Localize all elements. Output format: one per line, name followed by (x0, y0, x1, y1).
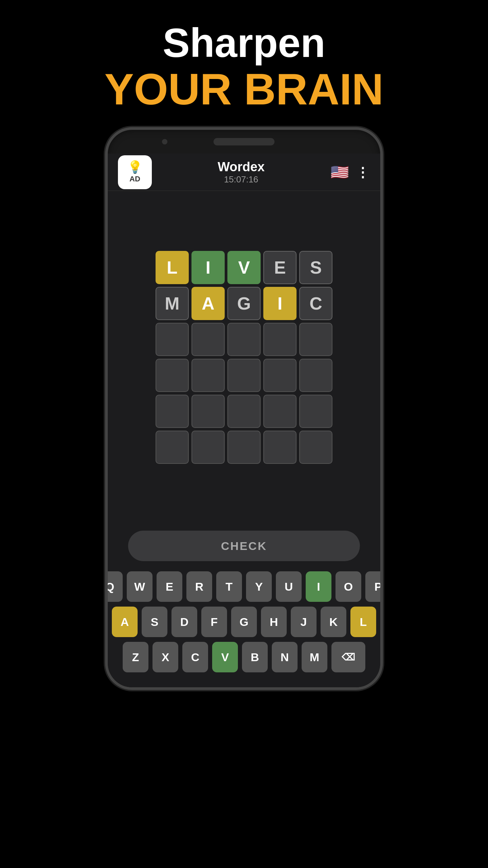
grid-cell-2-4 (299, 323, 332, 356)
key-q[interactable]: Q (105, 571, 123, 602)
key-c[interactable]: C (182, 642, 208, 672)
grid-cell-1-3: I (263, 287, 297, 320)
check-button-area: CHECK (108, 524, 380, 568)
grid-cell-0-3: E (263, 251, 297, 284)
grid-cell-1-0: M (156, 287, 189, 320)
header-line2: YOUR BRAIN (0, 65, 488, 114)
grid-cell-4-3 (263, 395, 297, 428)
grid-cell-0-2: V (227, 251, 261, 284)
check-button[interactable]: CHECK (128, 531, 360, 561)
key-a[interactable]: A (112, 607, 138, 637)
key-v[interactable]: V (212, 642, 238, 672)
phone-top-bar (108, 130, 380, 154)
ad-label: AD (129, 175, 140, 183)
phone-camera (162, 139, 167, 144)
key-h[interactable]: H (261, 607, 287, 637)
key-y[interactable]: Y (246, 571, 272, 602)
key-w[interactable]: W (127, 571, 152, 602)
header-area: Sharpen YOUR BRAIN (0, 0, 488, 127)
grid-cell-3-2 (227, 359, 261, 392)
key-o[interactable]: O (336, 571, 361, 602)
grid-cell-4-1 (191, 395, 225, 428)
key-x[interactable]: X (152, 642, 178, 672)
grid-cell-2-2 (227, 323, 261, 356)
key-i[interactable]: I (306, 571, 331, 602)
key-z[interactable]: Z (123, 642, 148, 672)
key-k[interactable]: K (321, 607, 346, 637)
keyboard-row-1: QWERTYUIOP (115, 571, 373, 602)
key-backspace[interactable]: ⌫ (331, 642, 365, 672)
grid-cell-1-4: C (299, 287, 332, 320)
app-header-right: 🇺🇸 ⋮ (330, 163, 370, 181)
key-r[interactable]: R (186, 571, 212, 602)
key-t[interactable]: T (216, 571, 242, 602)
key-d[interactable]: D (171, 607, 197, 637)
grid-cell-5-4 (299, 431, 332, 464)
grid-cell-2-0 (156, 323, 189, 356)
bulb-icon: 💡 (127, 161, 143, 173)
grid-cell-4-2 (227, 395, 261, 428)
key-e[interactable]: E (157, 571, 182, 602)
grid-cell-3-0 (156, 359, 189, 392)
grid-cell-3-3 (263, 359, 297, 392)
flag-icon[interactable]: 🇺🇸 (330, 163, 349, 181)
key-j[interactable]: J (291, 607, 317, 637)
keyboard-area: QWERTYUIOP ASDFGHJKL ZXCVBNM⌫ (108, 568, 380, 687)
grid-cell-3-1 (191, 359, 225, 392)
game-grid-area: LIVESMAGIC (108, 191, 380, 524)
key-f[interactable]: F (201, 607, 227, 637)
app-timer: 15:07:16 (218, 174, 265, 185)
grid-cell-2-1 (191, 323, 225, 356)
app-content: 💡 AD Wordex 15:07:16 🇺🇸 ⋮ LIVESMAGIC CHE… (108, 154, 380, 687)
grid-cell-5-3 (263, 431, 297, 464)
grid-cell-4-0 (156, 395, 189, 428)
key-b[interactable]: B (242, 642, 268, 672)
grid-cell-1-2: G (227, 287, 261, 320)
grid-cell-5-2 (227, 431, 261, 464)
ad-button[interactable]: 💡 AD (118, 155, 152, 189)
app-title: Wordex (218, 160, 265, 174)
phone-speaker (214, 138, 274, 145)
keyboard-row-3: ZXCVBNM⌫ (115, 642, 373, 672)
phone-frame: 💡 AD Wordex 15:07:16 🇺🇸 ⋮ LIVESMAGIC CHE… (105, 127, 383, 690)
grid-cell-0-0: L (156, 251, 189, 284)
grid-cell-3-4 (299, 359, 332, 392)
key-u[interactable]: U (276, 571, 302, 602)
grid-cell-0-4: S (299, 251, 332, 284)
grid-cell-1-1: A (191, 287, 225, 320)
app-title-area: Wordex 15:07:16 (218, 160, 265, 185)
grid-cell-5-1 (191, 431, 225, 464)
phone-side-button (381, 265, 383, 296)
key-l[interactable]: L (350, 607, 376, 637)
grid-cell-5-0 (156, 431, 189, 464)
grid-cell-2-3 (263, 323, 297, 356)
grid-cell-4-4 (299, 395, 332, 428)
header-line1: Sharpen (0, 20, 488, 65)
menu-button[interactable]: ⋮ (356, 164, 370, 180)
key-s[interactable]: S (142, 607, 167, 637)
app-header: 💡 AD Wordex 15:07:16 🇺🇸 ⋮ (108, 154, 380, 191)
key-n[interactable]: N (272, 642, 298, 672)
key-m[interactable]: M (302, 642, 327, 672)
key-g[interactable]: G (231, 607, 257, 637)
grid-cell-0-1: I (191, 251, 225, 284)
keyboard-row-2: ASDFGHJKL (115, 607, 373, 637)
key-p[interactable]: P (365, 571, 383, 602)
game-grid: LIVESMAGIC (156, 251, 332, 464)
